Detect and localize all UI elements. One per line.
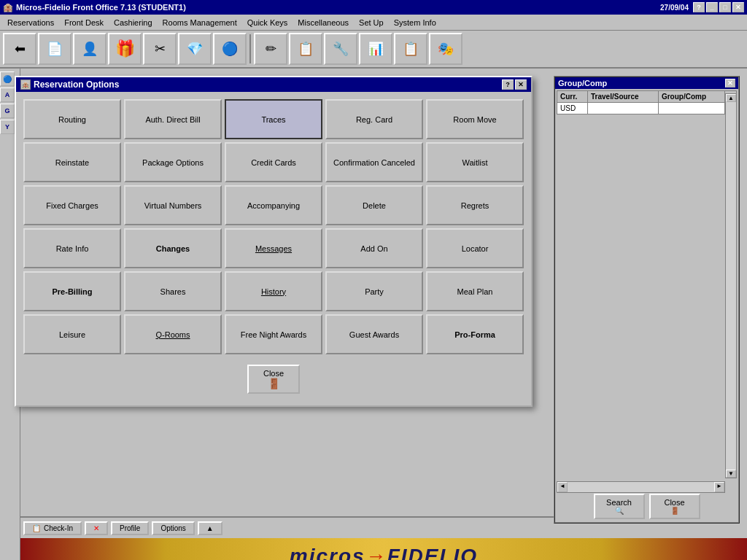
btn-regrets[interactable]: Regrets — [426, 185, 524, 225]
btn-guest-awards[interactable]: Guest Awards — [325, 314, 423, 354]
btn-room-move[interactable]: Room Move — [426, 99, 524, 139]
up-icon: ▲ — [206, 524, 214, 532]
dialog-close-button[interactable]: ✕ — [515, 79, 527, 90]
toolbar-scissors[interactable]: ✂ — [143, 33, 177, 65]
toolbar-packages[interactable]: 🎁 — [108, 33, 142, 65]
app-title: Micros-Fidelio Front Office 7.13 (STUDEN… — [16, 3, 186, 12]
help-button[interactable]: ? — [693, 2, 705, 12]
btn-auth-direct-bill[interactable]: Auth. Direct Bill — [124, 99, 222, 139]
btn-package-options[interactable]: Package Options — [124, 142, 222, 182]
menu-quick-keys[interactable]: Quick Keys — [243, 17, 293, 28]
btn-q-rooms[interactable]: Q-Rooms — [124, 314, 222, 354]
app-icon: 🏨 — [3, 3, 13, 12]
toolbar-list[interactable]: 📋 — [394, 33, 427, 65]
toolbar-notes[interactable]: 📋 — [289, 33, 322, 65]
menu-miscellaneous[interactable]: Miscellaneous — [293, 17, 353, 28]
btn-shares[interactable]: Shares — [124, 271, 222, 311]
checkin-label: Check-In — [44, 524, 73, 532]
menu-front-desk[interactable]: Front Desk — [60, 17, 108, 28]
main-area: Group/Comp ✕ Curr. Travel/Source Group/C… — [0, 69, 747, 560]
toolbar: ⬅ 📄 👤 🎁 ✂ 💎 🔵 ✏ 📋 🔧 📊 📋 🎭 — [0, 31, 747, 69]
bottom-cancel-btn[interactable]: ✕ — [85, 521, 108, 535]
dialog-title-left: 🏨 Reservation Options — [20, 79, 119, 90]
dialog-title-buttons: ? ✕ — [502, 79, 527, 90]
btn-messages[interactable]: Messages — [225, 228, 322, 268]
btn-add-on[interactable]: Add On — [325, 228, 423, 268]
bottom-profile-btn[interactable]: Profile — [111, 521, 149, 535]
btn-rate-info[interactable]: Rate Info — [23, 228, 121, 268]
btn-pro-forma[interactable]: Pro-Forma — [426, 314, 524, 354]
bottom-checkin-btn[interactable]: 📋 Check-In — [23, 521, 82, 535]
close-icon: 🚪 — [268, 378, 280, 389]
dialog-close-btn[interactable]: Close 🚪 — [247, 365, 300, 394]
modal-overlay: 🏨 Reservation Options ? ✕ Routing Auth. … — [0, 69, 747, 560]
checkin-icon: 📋 — [32, 524, 41, 532]
bottom-toolbar: 📋 Check-In ✕ Profile Options ▲ — [20, 516, 554, 538]
close-button[interactable]: ✕ — [732, 2, 744, 12]
btn-reinstate[interactable]: Reinstate — [23, 142, 121, 182]
btn-credit-cards[interactable]: Credit Cards — [225, 142, 322, 182]
btn-confirmation-canceled[interactable]: Confirmation Canceled — [325, 142, 423, 182]
toolbar-reservations[interactable]: 📄 — [38, 33, 71, 65]
menu-set-up[interactable]: Set Up — [355, 17, 388, 28]
toolbar-theater[interactable]: 🎭 — [429, 33, 462, 65]
btn-reg-card[interactable]: Reg. Card — [325, 99, 423, 139]
btn-traces[interactable]: Traces — [225, 99, 322, 139]
title-bar: 🏨 Micros-Fidelio Front Office 7.13 (STUD… — [0, 0, 747, 15]
dialog-body: Routing Auth. Direct Bill Traces Reg. Ca… — [16, 92, 531, 405]
btn-routing[interactable]: Routing — [23, 99, 121, 139]
profile-label: Profile — [120, 524, 140, 532]
dialog-footer: Close 🚪 — [23, 362, 524, 398]
toolbar-reports[interactable]: 📊 — [359, 33, 392, 65]
btn-accompanying[interactable]: Accompanying — [225, 185, 322, 225]
menu-system-info[interactable]: System Info — [390, 17, 441, 28]
toolbar-circle[interactable]: 🔵 — [213, 33, 247, 65]
dialog-title-bar: 🏨 Reservation Options ? ✕ — [16, 77, 531, 92]
btn-locator[interactable]: Locator — [426, 228, 524, 268]
menu-rooms-management[interactable]: Rooms Management — [158, 17, 241, 28]
reservation-options-dialog: 🏨 Reservation Options ? ✕ Routing Auth. … — [15, 76, 533, 407]
cancel-icon: ✕ — [93, 524, 99, 532]
options-grid: Routing Auth. Direct Bill Traces Reg. Ca… — [23, 99, 524, 354]
btn-delete[interactable]: Delete — [325, 185, 423, 225]
maximize-button[interactable]: □ — [719, 2, 731, 12]
btn-fixed-charges[interactable]: Fixed Charges — [23, 185, 121, 225]
btn-pre-billing[interactable]: Pre-Billing — [23, 271, 121, 311]
toolbar-exit[interactable]: ⬅ — [3, 33, 36, 65]
bottom-options-btn[interactable]: Options — [152, 521, 194, 535]
close-label: Close — [263, 369, 284, 378]
dialog-title-text: Reservation Options — [34, 79, 119, 90]
btn-free-night-awards[interactable]: Free Night Awards — [225, 314, 322, 354]
btn-changes[interactable]: Changes — [124, 228, 222, 268]
menu-reservations[interactable]: Reservations — [3, 17, 58, 28]
btn-leisure[interactable]: Leisure — [23, 314, 121, 354]
options-label: Options — [160, 524, 185, 532]
dialog-icon: 🏨 — [20, 79, 31, 90]
btn-history[interactable]: History — [225, 271, 322, 311]
dialog-help-button[interactable]: ? — [502, 79, 514, 90]
menu-bar: Reservations Front Desk Cashiering Rooms… — [0, 15, 747, 31]
menu-cashiering[interactable]: Cashiering — [109, 17, 157, 28]
toolbar-diamond[interactable]: 💎 — [178, 33, 212, 65]
bottom-up-btn[interactable]: ▲ — [198, 521, 222, 535]
toolbar-edit[interactable]: ✏ — [254, 33, 287, 65]
date-display: 27/09/04 — [660, 4, 689, 12]
toolbar-guests[interactable]: 👤 — [73, 33, 107, 65]
toolbar-settings[interactable]: 🔧 — [324, 33, 357, 65]
btn-party[interactable]: Party — [325, 271, 423, 311]
btn-waitlist[interactable]: Waitlist — [426, 142, 524, 182]
toolbar-separator — [249, 34, 251, 63]
btn-virtual-numbers[interactable]: Virtual Numbers — [124, 185, 222, 225]
minimize-button[interactable]: _ — [706, 2, 718, 12]
btn-meal-plan[interactable]: Meal Plan — [426, 271, 524, 311]
